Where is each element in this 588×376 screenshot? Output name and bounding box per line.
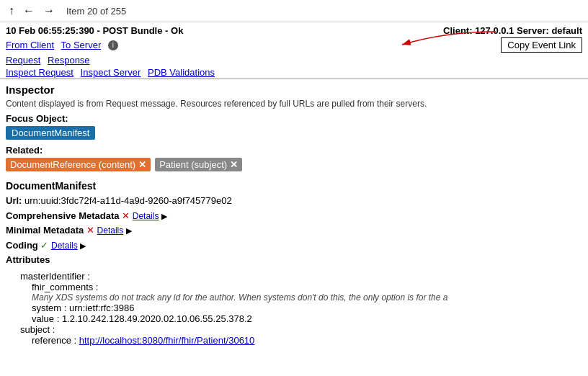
request-link[interactable]: Request <box>6 55 40 66</box>
comprehensive-details-link[interactable]: Details <box>133 211 159 221</box>
comprehensive-status: ✕ <box>122 210 130 221</box>
focus-object-label: Focus Object: <box>6 113 582 124</box>
link-row-3: Inspect Request Inspect Server PDB Valid… <box>0 66 588 79</box>
item-count-label: Item 20 of 255 <box>66 6 126 17</box>
inspector-title: Inspector <box>6 84 582 96</box>
coding-details-link[interactable]: Details <box>51 241 78 251</box>
coding-status: ✓ <box>40 240 48 251</box>
inspector-desc: Content displayed is from Request messag… <box>6 99 582 109</box>
value-value: 1.2.10.242.128.49.2020.02.10.06.55.25.37… <box>62 313 252 324</box>
event-title: 10 Feb 06:55:25:390 - POST Bundle - Ok <box>6 25 183 36</box>
nav-arrows: ↑ ← → <box>6 3 58 19</box>
nav-forward-button[interactable]: → <box>40 3 58 19</box>
focus-badge[interactable]: DocumentManifest <box>6 126 95 140</box>
reference-row: reference : http://localhost:8080/fhir/f… <box>6 335 582 346</box>
related-badges: DocumentReference (content) ✕ Patient (s… <box>6 158 582 171</box>
attributes-section: masterIdentifier : fhir_comments : Many … <box>0 269 588 347</box>
coding-expand[interactable]: ▶ <box>80 241 86 250</box>
manifest-section: DocumentManifest Url: urn:uuid:3fdc72f4-… <box>0 179 588 269</box>
comprehensive-expand[interactable]: ▶ <box>161 212 167 220</box>
url-label: Url: <box>6 195 22 206</box>
comprehensive-label: Comprehensive Metadata <box>6 210 120 221</box>
inspect-server-link[interactable]: Inspect Server <box>81 67 141 78</box>
inspect-request-link[interactable]: Inspect Request <box>6 67 74 78</box>
minimal-expand[interactable]: ▶ <box>126 226 132 235</box>
patient-remove[interactable]: ✕ <box>230 159 238 170</box>
attributes-row: Attributes <box>6 253 582 267</box>
link-row-1: From Client To Server i <box>6 40 118 51</box>
url-value: urn:uuid:3fdc72f4-a11d-4a9d-9260-a9f7457… <box>24 195 232 206</box>
to-server-link[interactable]: To Server <box>61 40 102 50</box>
reference-label: reference : <box>32 335 76 346</box>
manifest-title: DocumentManifest <box>6 180 582 192</box>
coding-label: Coding <box>6 240 38 251</box>
value-row: value : 1.2.10.242.128.49.2020.02.10.06.… <box>6 313 582 324</box>
fhir-comments-value-row: Many XDS systems do not track any id for… <box>6 292 582 303</box>
patient-badge[interactable]: Patient (subject) ✕ <box>155 158 242 171</box>
inspector-section: Inspector Content displayed is from Requ… <box>0 79 588 179</box>
fhir-comments-row: fhir_comments : <box>6 282 582 292</box>
subject-row: subject : <box>6 324 582 335</box>
comprehensive-row: Comprehensive Metadata ✕ Details ▶ <box>6 209 582 223</box>
doc-ref-badge-text: DocumentReference (content) <box>10 159 135 170</box>
client-server-label: Client: 127.0.0.1 Server: default <box>443 25 582 36</box>
system-label: system : <box>32 303 66 313</box>
minimal-label: Minimal Metadata <box>6 225 84 236</box>
from-client-link[interactable]: From Client <box>6 40 54 50</box>
doc-ref-remove[interactable]: ✕ <box>138 159 146 170</box>
fhir-comments-label: fhir_comments : <box>32 282 98 292</box>
minimal-details-link[interactable]: Details <box>97 225 124 236</box>
fhir-comments-value: Many XDS systems do not track any id for… <box>32 292 447 303</box>
response-link[interactable]: Response <box>48 55 90 66</box>
url-row: Url: urn:uuid:3fdc72f4-a11d-4a9d-9260-a9… <box>6 194 582 208</box>
nav-back-button[interactable]: ← <box>20 3 37 19</box>
patient-badge-text: Patient (subject) <box>159 159 227 170</box>
info-icon[interactable]: i <box>108 40 118 50</box>
system-value: urn:ietf:rfc:3986 <box>69 303 134 313</box>
coding-row: Coding ✓ Details ▶ <box>6 238 582 253</box>
attributes-label: Attributes <box>6 254 50 265</box>
doc-ref-badge[interactable]: DocumentReference (content) ✕ <box>6 158 151 171</box>
subject-label: subject : <box>20 324 55 335</box>
minimal-status: ✕ <box>86 225 94 236</box>
pdb-validations-link[interactable]: PDB Validations <box>148 67 215 78</box>
master-id-row: masterIdentifier : <box>6 271 582 282</box>
copy-event-button[interactable]: Copy Event Link <box>501 37 582 53</box>
link-row-2: Request Response <box>0 54 588 66</box>
value-label: value : <box>32 313 59 324</box>
system-row: system : urn:ietf:rfc:3986 <box>6 303 582 313</box>
nav-bar: ↑ ← → Item 20 of 255 <box>0 0 588 22</box>
minimal-row: Minimal Metadata ✕ Details ▶ <box>6 223 582 238</box>
nav-up-button[interactable]: ↑ <box>6 3 17 19</box>
master-id-label: masterIdentifier : <box>20 271 90 282</box>
related-label: Related: <box>6 145 582 156</box>
reference-value[interactable]: http://localhost:8080/fhir/fhir/Patient/… <box>79 335 255 346</box>
